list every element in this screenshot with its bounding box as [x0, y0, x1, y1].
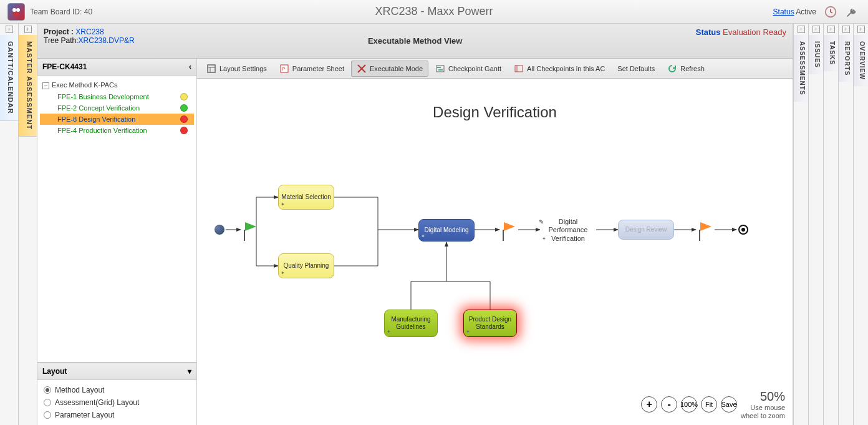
- check-icon: [514, 64, 524, 74]
- refresh-icon: [667, 64, 677, 74]
- expand-gantt-button[interactable]: +: [6, 26, 13, 33]
- layout-header[interactable]: Layout ▾: [37, 363, 196, 380]
- svg-rect-10: [437, 67, 441, 68]
- toolbar-checkpoint-gantt[interactable]: Checkpoint Gantt: [430, 61, 507, 77]
- expand-master-button[interactable]: +: [24, 26, 32, 33]
- status-link[interactable]: Status: [773, 7, 794, 16]
- tree-item-1[interactable]: FPE-2 Concept Verification: [40, 102, 194, 114]
- tab-assessments[interactable]: ASSESSMENTS: [794, 35, 808, 102]
- expand-overview-button[interactable]: +: [857, 26, 865, 33]
- expand-assessments-button[interactable]: +: [798, 26, 805, 33]
- zoom-in-button[interactable]: +: [641, 396, 657, 413]
- diagram-canvas[interactable]: Design Verification: [197, 79, 793, 425]
- node-digital-performance[interactable]: ✎Digital Performance Verification✦: [540, 217, 596, 243]
- main-area: + GANTT/CALENDAR + MASTER ASSESSMENT Pro…: [0, 24, 868, 425]
- project-label: Project :: [44, 27, 74, 36]
- tree-body: –Exec Method K-PACs FPE-1 Business Devel…: [37, 76, 196, 363]
- svg-rect-9: [436, 66, 444, 72]
- status-value: Active: [796, 7, 816, 16]
- zoom-controls: + - 100% Fit Save 50% Use mouse wheel to…: [641, 389, 785, 420]
- app-logo-icon: [7, 3, 25, 21]
- canvas-area: Layout SettingsPParameter SheetExecutabl…: [197, 59, 793, 425]
- tab-master-assessment[interactable]: MASTER ASSESSMENT: [19, 35, 37, 137]
- zoom-readout: 50% Use mouse wheel to zoom: [741, 389, 785, 420]
- radio-icon[interactable]: [44, 386, 51, 394]
- header-right: Status Active: [773, 5, 859, 19]
- node-product-design-standards[interactable]: Product Design Standards✦: [463, 310, 517, 337]
- tree-item-2[interactable]: FPE-8 Design Verification: [40, 114, 194, 125]
- tab-issues[interactable]: ISSUES: [809, 35, 823, 74]
- collapse-icon[interactable]: –: [42, 82, 49, 89]
- clock-icon[interactable]: [824, 5, 837, 19]
- layout-option-0[interactable]: Method Layout: [44, 384, 190, 396]
- layout-options: Method LayoutAssessment(Grid) LayoutPara…: [37, 380, 196, 425]
- toolbar-refresh[interactable]: Refresh: [662, 61, 710, 77]
- connectors: [197, 79, 793, 425]
- app-header: Team Board ID: 40 XRC238 - Maxx Powerr S…: [0, 0, 868, 24]
- layout-header-label: Layout: [42, 367, 67, 376]
- tab-overview[interactable]: OVERVIEW: [854, 35, 868, 86]
- node-digital-modeling[interactable]: Digital Modeling✦: [418, 219, 475, 242]
- tree-path-label: Tree Path:: [44, 36, 79, 45]
- tree-panel: FPE-CK4431 ‹ –Exec Method K-PACs FPE-1 B…: [37, 59, 197, 425]
- node-material-selection[interactable]: Material Selection✦: [278, 185, 334, 210]
- node-quality-planning[interactable]: Quality Planning✦: [278, 253, 334, 278]
- status-dot-icon: [180, 93, 188, 100]
- tree-item-3[interactable]: FPE-4 Production Verification: [40, 125, 194, 136]
- layout-panel: Layout ▾ Method LayoutAssessment(Grid) L…: [37, 363, 196, 425]
- right-tabs: +ASSESSMENTS+ISSUES+TASKS+REPORTS+OVERVI…: [793, 24, 868, 425]
- exec-icon: [357, 64, 367, 74]
- zoom-out-button[interactable]: -: [661, 396, 677, 413]
- toolbar-parameter-sheet[interactable]: PParameter Sheet: [274, 61, 350, 77]
- status-dot-icon: [180, 104, 188, 112]
- expand-issues-button[interactable]: +: [813, 26, 820, 33]
- center-panel: Project : XRC238 Tree Path:XRC238.DVP&R …: [37, 24, 793, 425]
- tree-item-0[interactable]: FPE-1 Business Development: [40, 91, 194, 102]
- project-code-link[interactable]: XRC238: [75, 27, 104, 36]
- milestone-flag-start[interactable]: [245, 222, 256, 231]
- end-node[interactable]: [738, 225, 748, 235]
- app-title: XRC238 - Maxx Powerr: [375, 5, 493, 18]
- svg-rect-2: [13, 12, 19, 16]
- toolbar-executable-mode[interactable]: Executable Mode: [351, 61, 428, 77]
- zoom-save-button[interactable]: Save: [721, 396, 737, 413]
- svg-text:P: P: [282, 66, 285, 72]
- layout-option-1[interactable]: Assessment(Grid) Layout: [44, 396, 190, 409]
- param-icon: P: [279, 64, 289, 74]
- milestone-flag-end[interactable]: [700, 222, 711, 231]
- tree-root[interactable]: –Exec Method K-PACs: [40, 79, 194, 91]
- node-manufacturing-guidelines[interactable]: Manufacturing Guidelines✦: [384, 310, 438, 337]
- svg-rect-11: [438, 69, 443, 71]
- zoom-100-button[interactable]: 100%: [681, 396, 697, 413]
- radio-icon[interactable]: [44, 411, 51, 419]
- toolbar-all-checkpoints-in-this-ac[interactable]: All Checkpoints in this AC: [508, 61, 610, 77]
- tab-tasks[interactable]: TASKS: [824, 35, 838, 71]
- project-status: Status Evaluation Ready: [696, 27, 786, 37]
- svg-rect-4: [208, 65, 215, 72]
- expand-reports-button[interactable]: +: [842, 26, 850, 33]
- toolbar-layout-settings[interactable]: Layout Settings: [201, 61, 272, 77]
- project-status-label: Status: [696, 27, 721, 37]
- work-row: FPE-CK4431 ‹ –Exec Method K-PACs FPE-1 B…: [37, 59, 793, 425]
- canvas-toolbar: Layout SettingsPParameter SheetExecutabl…: [197, 59, 793, 79]
- left-tab-gantt-col: + GANTT/CALENDAR: [0, 24, 19, 425]
- milestone-flag-mid[interactable]: [504, 222, 515, 231]
- start-node[interactable]: [215, 225, 224, 235]
- expand-tasks-button[interactable]: +: [827, 26, 835, 33]
- layout-option-2[interactable]: Parameter Layout: [44, 409, 190, 421]
- zoom-fit-button[interactable]: Fit: [701, 396, 717, 413]
- status-dot-icon: [180, 115, 188, 123]
- toolbar-set-defaults[interactable]: Set Defaults: [612, 62, 660, 76]
- tab-reports[interactable]: REPORTS: [839, 35, 853, 82]
- project-header: Project : XRC238 Tree Path:XRC238.DVP&R …: [37, 24, 793, 59]
- left-tab-master-col: + MASTER ASSESSMENT: [19, 24, 37, 425]
- tree-path-link[interactable]: XRC238.DVP&R: [79, 36, 135, 45]
- node-design-review[interactable]: Design Review: [618, 220, 674, 240]
- tree-header[interactable]: FPE-CK4431 ‹: [37, 59, 196, 76]
- radio-icon[interactable]: [44, 399, 51, 406]
- view-title: Executable Method View: [368, 36, 462, 46]
- svg-point-1: [16, 8, 20, 12]
- tools-icon[interactable]: [845, 5, 859, 19]
- tab-gantt-calendar[interactable]: GANTT/CALENDAR: [0, 35, 18, 121]
- chevron-left-icon: ‹: [189, 62, 191, 71]
